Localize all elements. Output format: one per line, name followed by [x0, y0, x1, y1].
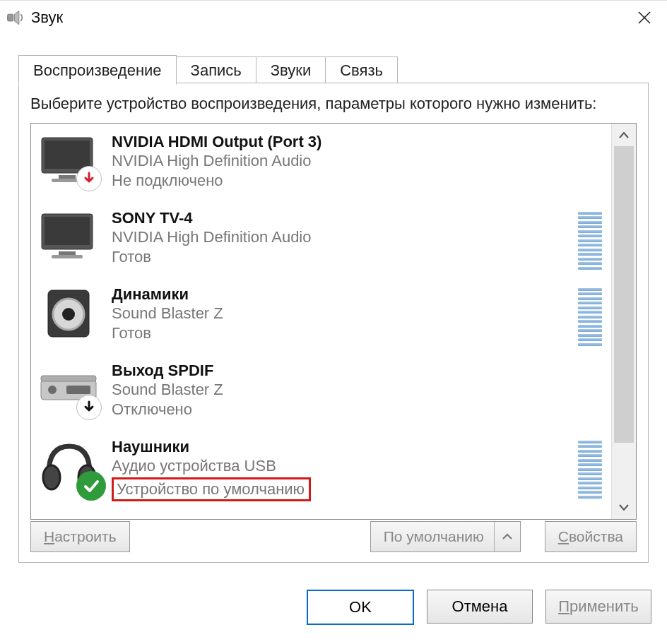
chevron-down-icon[interactable] [494, 522, 520, 551]
device-list-inner: NVIDIA HDMI Output (Port 3) NVIDIA High … [31, 124, 612, 519]
tab-recording[interactable]: Запись [176, 56, 256, 85]
properties-label: войства [569, 528, 623, 545]
device-text: SONY TV-4 NVIDIA High Definition Audio Г… [103, 207, 578, 267]
svg-rect-13 [41, 376, 96, 381]
level-meter [578, 287, 602, 347]
svg-point-16 [43, 465, 60, 489]
svg-rect-8 [52, 255, 83, 258]
headphones-icon [35, 436, 103, 498]
instruction-text: Выберите устройство воспроизведения, пар… [30, 93, 637, 114]
svg-rect-2 [45, 141, 90, 169]
tab-communications[interactable]: Связь [325, 56, 398, 85]
device-list[interactable]: NVIDIA HDMI Output (Port 3) NVIDIA High … [30, 123, 637, 520]
device-name: Выход SPDIF [112, 361, 606, 381]
svg-point-14 [48, 386, 57, 394]
titlebar: Звук [0, 1, 667, 35]
scroll-up-button[interactable] [612, 124, 636, 146]
receiver-icon [35, 359, 103, 422]
speaker-icon [35, 283, 103, 345]
device-status: Не подключено [112, 171, 606, 191]
monitor-icon [35, 207, 103, 269]
client-area: Воспроизведение Запись Звуки Связь Выбер… [0, 40, 667, 640]
device-name: Динамики [112, 285, 578, 304]
device-text: Динамики Sound Blaster Z Готов [103, 283, 578, 343]
sound-dialog: Звук Воспроизведение Запись Звуки Связь … [0, 0, 667, 644]
dialog-button-row: OK Отмена Применить [307, 590, 651, 625]
device-row[interactable]: Наушники Аудио устройства USB Устройство… [31, 431, 612, 508]
device-subtitle: NVIDIA High Definition Audio [112, 151, 606, 171]
svg-rect-6 [45, 217, 90, 245]
device-name: Наушники [112, 437, 578, 457]
default-badge-icon [76, 471, 106, 501]
set-default-button[interactable]: По умолчанию [370, 521, 521, 552]
properties-button[interactable]: Свойства [545, 521, 637, 552]
device-status: Отключено [112, 400, 606, 419]
monitor-icon [35, 131, 103, 193]
tab-strip: Воспроизведение Запись Звуки Связь [18, 52, 667, 84]
device-text: Наушники Аудио устройства USB Устройство… [103, 436, 578, 502]
device-row[interactable]: SONY TV-4 NVIDIA High Definition Audio Г… [31, 203, 612, 279]
window-title: Звук [31, 8, 63, 27]
device-text: NVIDIA HDMI Output (Port 3) NVIDIA High … [103, 131, 606, 191]
configure-button[interactable]: Настроить [30, 521, 130, 552]
device-text: Выход SPDIF Sound Blaster Z Отключено [103, 359, 606, 419]
scroll-thumb[interactable] [614, 146, 634, 443]
device-name: SONY TV-4 [112, 208, 578, 228]
apply-button[interactable]: Применить [545, 590, 651, 624]
device-subtitle: NVIDIA High Definition Audio [112, 227, 578, 247]
level-meter [578, 210, 602, 271]
cancel-button[interactable]: Отмена [427, 590, 533, 624]
svg-point-11 [62, 308, 75, 321]
scroll-track[interactable] [612, 146, 636, 496]
device-subtitle: Sound Blaster Z [112, 380, 606, 400]
svg-rect-0 [8, 14, 13, 21]
device-subtitle: Sound Blaster Z [112, 304, 578, 323]
device-row[interactable]: Динамики Sound Blaster Z Готов [31, 279, 612, 355]
set-default-label: По умолчанию [384, 528, 484, 545]
playback-panel: Выберите устройство воспроизведения, пар… [18, 83, 649, 563]
scroll-down-button[interactable] [612, 496, 636, 519]
sound-app-icon [6, 8, 25, 28]
svg-rect-15 [66, 386, 90, 394]
device-status-highlighted: Устройство по умолчанию [112, 477, 311, 502]
apply-label: рименить [569, 597, 639, 616]
disabled-badge-icon [76, 395, 102, 420]
device-row[interactable]: NVIDIA HDMI Output (Port 3) NVIDIA High … [31, 126, 612, 203]
close-button[interactable] [627, 1, 661, 35]
level-meter [578, 439, 602, 500]
device-subtitle: Аудио устройства USB [112, 456, 578, 476]
unplugged-badge-icon [76, 166, 102, 191]
tab-sounds[interactable]: Звуки [256, 56, 326, 85]
device-status: Готов [112, 323, 578, 343]
svg-rect-7 [59, 251, 76, 255]
svg-rect-3 [59, 175, 76, 179]
scrollbar[interactable] [611, 124, 636, 519]
panel-button-row: Настроить По умолчанию Свойства [30, 521, 637, 552]
device-name: NVIDIA HDMI Output (Port 3) [112, 132, 606, 152]
device-status: Готов [112, 247, 578, 267]
ok-button[interactable]: OK [307, 590, 414, 625]
configure-label: астроить [54, 528, 116, 545]
device-row[interactable]: Выход SPDIF Sound Blaster Z Отключено [31, 355, 612, 431]
tab-playback[interactable]: Воспроизведение [18, 55, 177, 85]
